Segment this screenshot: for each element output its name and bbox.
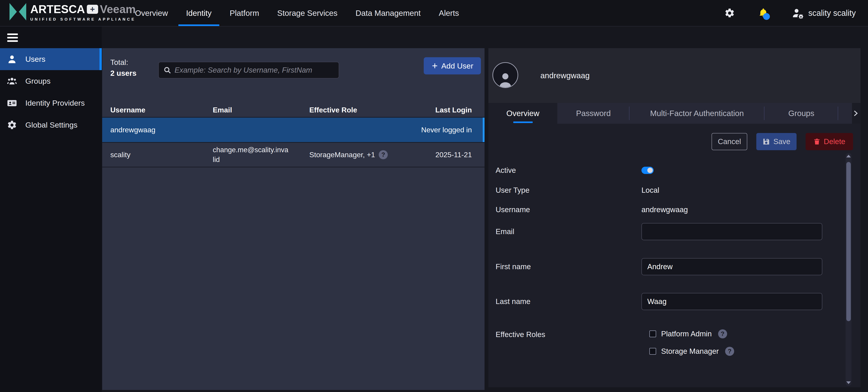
- sidebar-item-label: Identity Providers: [25, 99, 85, 108]
- users-list-panel: Total: 2 users Add User Username Email E…: [102, 48, 485, 390]
- sidebar: Users Groups: [0, 27, 102, 392]
- user-gear-icon: [792, 7, 804, 19]
- platform-admin-help-icon[interactable]: ?: [718, 329, 727, 338]
- user-icon: [7, 54, 17, 64]
- detail-username-title: andrewgwaag: [540, 48, 590, 103]
- add-user-button[interactable]: Add User: [424, 57, 481, 74]
- scroll-up-arrow[interactable]: [846, 155, 851, 157]
- brand-veeam: Veeam: [100, 3, 136, 16]
- sidebar-item-label: Global Settings: [25, 121, 78, 129]
- plus-icon: [431, 62, 438, 69]
- cancel-button[interactable]: Cancel: [712, 133, 747, 150]
- account-menu[interactable]: scality scality: [792, 7, 856, 19]
- role-storage-manager: Storage Manager ?: [649, 347, 734, 356]
- email-field[interactable]: [642, 223, 822, 240]
- active-toggle[interactable]: [642, 167, 654, 174]
- col-header-effective-role: Effective Role: [309, 106, 406, 114]
- form-row-active: Active: [496, 167, 833, 174]
- sidebar-item-label: Groups: [25, 77, 51, 86]
- delete-label: Delete: [824, 137, 845, 146]
- tab-strip-filler: [838, 103, 852, 124]
- save-label: Save: [773, 137, 790, 146]
- top-bar: ARTESCA + Veeam UNIFIED SOFTWARE APPLIAN…: [0, 0, 868, 27]
- selected-row-accent: [483, 118, 485, 142]
- cell-email: change.me@scality.invalid: [213, 145, 290, 165]
- settings-gear-icon[interactable]: [724, 8, 735, 19]
- form-row-user-type: User Type Local: [496, 186, 833, 194]
- sidebar-item-groups[interactable]: Groups: [0, 70, 102, 92]
- nav-storage-services[interactable]: Storage Services: [277, 0, 338, 26]
- tab-mfa[interactable]: Multi-Factor Authentication: [629, 103, 765, 124]
- col-header-last-login: Last Login: [406, 106, 472, 114]
- col-header-email: Email: [213, 106, 309, 114]
- detail-scrollbar: [846, 153, 851, 386]
- notifications-bell-icon[interactable]: [758, 7, 769, 19]
- nav-data-management[interactable]: Data Management: [355, 0, 421, 26]
- last-name-field[interactable]: [642, 293, 822, 310]
- top-nav: Overview Identity Platform Storage Servi…: [135, 0, 459, 26]
- nav-platform[interactable]: Platform: [230, 0, 259, 26]
- detail-body: Cancel Save Delete: [488, 124, 861, 387]
- delete-button[interactable]: Delete: [806, 133, 853, 150]
- form-row-username: Username andrewgwaag: [496, 206, 833, 214]
- form-row-last-name: Last name: [496, 293, 833, 310]
- cell-username: andrewgwaag: [110, 126, 213, 134]
- sidebar-item-users[interactable]: Users: [0, 48, 102, 70]
- notification-badge: [763, 13, 770, 20]
- total-count: 2 users: [110, 69, 136, 78]
- save-button[interactable]: Save: [756, 133, 797, 150]
- effective-roles-label: Effective Roles: [496, 330, 642, 339]
- first-name-label: First name: [496, 262, 642, 271]
- search-input[interactable]: [175, 62, 339, 78]
- cell-username: scality: [110, 151, 213, 159]
- detail-tabs: Overview Password Multi-Factor Authentic…: [488, 103, 861, 124]
- detail-actions: Cancel Save Delete: [712, 133, 853, 150]
- user-detail-header: andrewgwaag: [488, 48, 861, 103]
- role-help-icon[interactable]: ?: [379, 150, 388, 159]
- top-actions: scality scality: [724, 0, 856, 26]
- table-row-scality[interactable]: scality change.me@scality.invalid Storag…: [102, 142, 485, 168]
- scality-mark-icon: [9, 3, 26, 21]
- scrollbar-thumb[interactable]: [846, 162, 851, 321]
- user-type-value: Local: [642, 186, 659, 194]
- platform-admin-label: Platform Admin: [661, 330, 712, 338]
- sidebar-item-identity-providers[interactable]: Identity Providers: [0, 92, 102, 114]
- gear-icon: [7, 120, 17, 130]
- sidebar-item-global-settings[interactable]: Global Settings: [0, 114, 102, 136]
- storage-manager-label: Storage Manager: [661, 347, 719, 356]
- active-label: Active: [496, 166, 642, 175]
- table-row-andrewgwaag[interactable]: andrewgwaag Never logged in: [102, 117, 485, 142]
- form-row-first-name: First name: [496, 258, 833, 275]
- tabs-scroll-right-button[interactable]: [851, 103, 860, 124]
- id-card-icon: [7, 98, 17, 108]
- nav-overview[interactable]: Overview: [135, 0, 168, 26]
- brand-text: ARTESCA + Veeam UNIFIED SOFTWARE APPLIAN…: [30, 3, 136, 22]
- nav-alerts[interactable]: Alerts: [439, 0, 459, 26]
- hamburger-menu-icon[interactable]: [7, 33, 18, 42]
- first-name-field[interactable]: [642, 258, 822, 275]
- chevron-right-icon: [852, 110, 859, 117]
- username-value: andrewgwaag: [642, 205, 688, 214]
- avatar: [492, 62, 518, 88]
- col-header-username: Username: [110, 106, 213, 114]
- toggle-knob: [647, 168, 653, 173]
- nav-identity[interactable]: Identity: [186, 0, 212, 26]
- groups-icon: [7, 76, 17, 86]
- last-name-label: Last name: [496, 297, 642, 306]
- storage-manager-checkbox[interactable]: [649, 348, 656, 355]
- cell-last-login: 2025-11-21: [406, 151, 472, 159]
- tab-label: Overview: [506, 109, 539, 118]
- tab-password[interactable]: Password: [557, 103, 629, 124]
- platform-admin-checkbox[interactable]: [649, 330, 656, 337]
- cell-last-login: Never logged in: [406, 126, 472, 134]
- email-label: Email: [496, 227, 642, 236]
- app: ARTESCA + Veeam UNIFIED SOFTWARE APPLIAN…: [0, 0, 868, 392]
- account-name: scality scality: [808, 8, 856, 18]
- scroll-down-arrow[interactable]: [846, 381, 851, 384]
- storage-manager-help-icon[interactable]: ?: [725, 347, 734, 356]
- role-platform-admin: Platform Admin ?: [649, 329, 727, 338]
- tab-groups[interactable]: Groups: [765, 103, 838, 124]
- tab-overview[interactable]: Overview: [488, 103, 557, 124]
- users-table: Username Email Effective Role Last Login…: [102, 103, 485, 168]
- tab-strip: Password Multi-Factor Authentication Gro…: [557, 103, 852, 124]
